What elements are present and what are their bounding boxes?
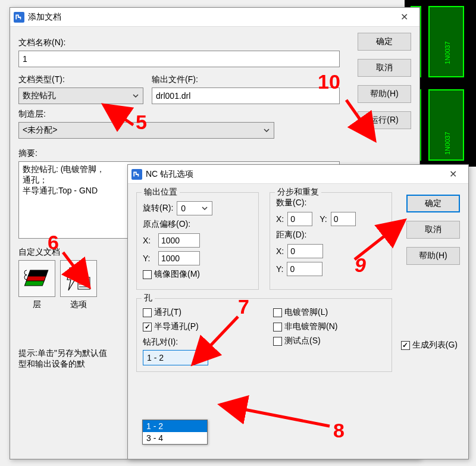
plated-label: 电镀管脚(L) <box>284 307 328 318</box>
y-label: Y: <box>276 264 283 274</box>
pcb-label-2: 1N0037 <box>444 132 451 155</box>
testpoint-checkbox[interactable]: 测试点(S) <box>273 336 386 346</box>
rotation-value: 0 <box>181 204 186 213</box>
testpoint-label: 测试点(S) <box>284 336 321 346</box>
checkbox-icon <box>143 323 152 331</box>
origin-x-input[interactable] <box>158 233 200 248</box>
mfg-layer-value: <未分配> <box>23 125 57 136</box>
svg-rect-3 <box>78 277 90 289</box>
count-label: 数量(C): <box>276 198 386 208</box>
cancel-button[interactable]: 取消 <box>406 221 460 239</box>
nonplated-checkbox[interactable]: 非电镀管脚(N) <box>273 321 386 332</box>
doc-type-label: 文档类型(T): <box>18 74 143 85</box>
help-button[interactable]: 帮助(H) <box>358 85 411 103</box>
app-icon <box>14 12 24 23</box>
close-icon[interactable]: ✕ <box>392 10 416 25</box>
mirror-checkbox[interactable]: 镜像图像(M) <box>143 269 252 280</box>
checkbox-icon <box>401 341 410 350</box>
titlebar[interactable]: 添加文档 ✕ <box>10 8 419 27</box>
plated-checkbox[interactable]: 电镀管脚(L) <box>273 307 386 318</box>
help-button[interactable]: 帮助(H) <box>406 247 460 265</box>
doc-type-select[interactable]: 数控钻孔 <box>18 87 143 104</box>
doc-name-input[interactable] <box>18 51 340 67</box>
ok-button[interactable]: 确定 <box>406 195 460 212</box>
output-file-label: 输出文件(F): <box>152 74 340 85</box>
run-button[interactable]: 运行(R) <box>358 111 411 129</box>
drillpair-value: 1 - 2 <box>147 353 164 362</box>
group-holes-title: 孔 <box>142 293 155 304</box>
layer-icon-button[interactable] <box>18 260 55 297</box>
svg-rect-2 <box>28 270 48 276</box>
rotation-label: 旋转(R): <box>143 203 173 214</box>
app-icon <box>131 169 142 180</box>
buried-label: 半导通孔(P) <box>154 321 199 332</box>
mirror-label: 镜像图像(M) <box>154 269 200 280</box>
checkbox-icon <box>143 270 152 279</box>
origin-offset-label: 原点偏移(O): <box>143 219 252 230</box>
output-file-input[interactable] <box>152 87 340 104</box>
count-y-input[interactable] <box>331 212 356 226</box>
titlebar[interactable]: NC 钻孔选项 ✕ <box>128 165 468 184</box>
checkbox-icon <box>273 323 282 331</box>
mfg-layer-label: 制造层: <box>18 109 340 120</box>
options-icon-label: 选项 <box>60 299 97 310</box>
doc-name-label: 文档名称(N): <box>18 37 340 48</box>
dist-x-input[interactable] <box>287 244 323 258</box>
x-label: X: <box>143 236 155 245</box>
dist-y-input[interactable] <box>287 262 322 276</box>
mfg-layer-select[interactable]: <未分配> <box>18 122 274 139</box>
pcb-label-1: 1N0037 <box>444 41 451 64</box>
drillpair-label: 钻孔对(I): <box>143 337 255 348</box>
x-label: X: <box>276 246 284 256</box>
chevron-down-icon <box>262 126 271 135</box>
genlist-checkbox[interactable]: 生成列表(G) <box>401 340 458 351</box>
x-label: X: <box>276 214 284 224</box>
buried-checkbox[interactable]: 半导通孔(P) <box>143 321 255 332</box>
dialog-title: NC 钻孔选项 <box>146 169 441 180</box>
drillpair-option-1[interactable]: 1 - 2 <box>143 420 207 432</box>
origin-y-input[interactable] <box>158 251 200 265</box>
options-icon-button[interactable] <box>60 260 97 297</box>
doc-type-value: 数控钻孔 <box>23 90 56 101</box>
through-label: 通孔(T) <box>154 307 181 318</box>
drillpair-option-2[interactable]: 3 - 4 <box>143 432 207 444</box>
genlist-label: 生成列表(G) <box>412 340 458 351</box>
nc-drill-options-dialog: NC 钻孔选项 ✕ 确定 取消 帮助(H) 输出位置 旋转(R): 0 原点偏移… <box>127 164 469 459</box>
cancel-button[interactable]: 取消 <box>358 59 411 77</box>
nonplated-label: 非电镀管脚(N) <box>284 321 337 332</box>
through-checkbox[interactable]: 通孔(T) <box>143 307 255 318</box>
drillpair-select[interactable]: 1 - 2 <box>143 350 208 365</box>
y-label: Y: <box>143 254 155 263</box>
group-output-title: 输出位置 <box>142 187 180 198</box>
dialog-title: 添加文档 <box>28 12 392 23</box>
layer-icon-label: 层 <box>18 299 55 310</box>
count-x-input[interactable] <box>287 212 312 226</box>
summary-label: 摘要: <box>18 148 340 159</box>
rotation-select[interactable]: 0 <box>177 201 212 215</box>
checkbox-icon <box>273 337 282 346</box>
chevron-down-icon <box>131 91 140 101</box>
distance-label: 距离(D): <box>276 230 386 240</box>
chevron-down-icon <box>196 353 205 362</box>
ok-button[interactable]: 确定 <box>358 33 411 51</box>
y-label: Y: <box>320 214 327 224</box>
drillpair-dropdown-list[interactable]: 1 - 2 3 - 4 <box>142 420 208 445</box>
checkbox-icon <box>273 308 282 317</box>
chevron-down-icon <box>200 204 209 213</box>
group-step-title: 分步和重复 <box>275 187 321 198</box>
close-icon[interactable]: ✕ <box>441 167 465 182</box>
checkbox-icon <box>143 308 152 317</box>
